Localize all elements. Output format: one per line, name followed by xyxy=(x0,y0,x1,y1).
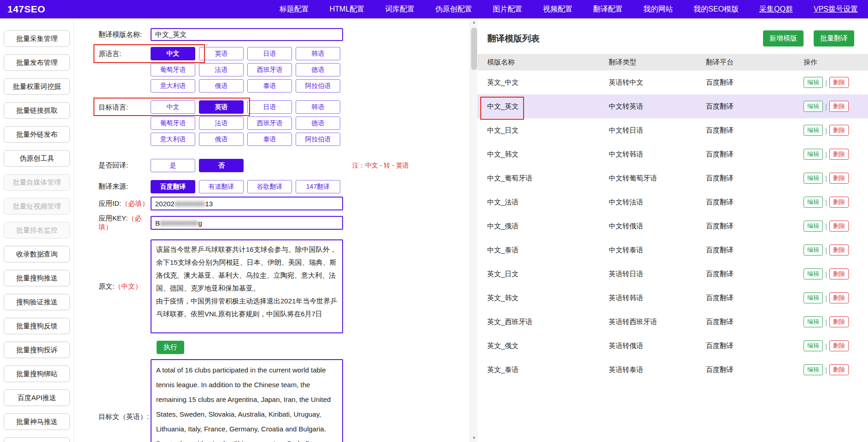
source-language-option[interactable]: 日语 xyxy=(247,47,292,60)
delete-button[interactable]: 删除 xyxy=(829,101,849,112)
sidebar-item[interactable]: 批量链接抓取 xyxy=(4,102,70,119)
target-language-option[interactable]: 泰语 xyxy=(247,133,292,146)
source-language-option[interactable]: 俄语 xyxy=(199,79,244,93)
edit-button[interactable]: 编辑 xyxy=(804,149,823,160)
batch-translate-button[interactable]: 批量翻译 xyxy=(814,30,854,47)
source-language-option[interactable]: 葡萄牙语 xyxy=(151,63,195,76)
source-language-option[interactable]: 意大利语 xyxy=(151,79,195,93)
translation-platform-cell: 百度翻译 xyxy=(706,342,804,350)
delete-button[interactable]: 删除 xyxy=(829,340,849,351)
app-id-visible-suffix: 13 xyxy=(205,200,213,208)
source-language-option[interactable]: 英语 xyxy=(199,47,244,60)
action-separator: | xyxy=(825,151,827,158)
sidebar-item[interactable]: 批量搜狗投诉 xyxy=(4,342,70,358)
sidebar-item[interactable]: 批量搜狗反馈 xyxy=(4,318,70,334)
nav-item[interactable]: VPS拨号设置 xyxy=(814,5,858,14)
sidebar-item[interactable]: 批量采集管理 xyxy=(4,30,70,47)
translate-source-option[interactable]: 147翻译 xyxy=(296,180,340,193)
scroll-up-arrow-icon[interactable]: ▲ xyxy=(470,18,478,26)
delete-button[interactable]: 删除 xyxy=(829,197,849,208)
row-actions: 编辑|删除 xyxy=(804,268,868,279)
sidebar-item[interactable]: 批量搜狗绑站 xyxy=(4,366,70,382)
edit-button[interactable]: 编辑 xyxy=(804,244,823,256)
target-language-option[interactable]: 韩语 xyxy=(296,100,340,114)
source-language-option[interactable]: 泰语 xyxy=(247,79,292,93)
row-actions: 编辑|删除 xyxy=(804,316,868,327)
source-language-option[interactable]: 西班牙语 xyxy=(247,63,292,76)
edit-button[interactable]: 编辑 xyxy=(804,125,823,136)
edit-button[interactable]: 编辑 xyxy=(804,316,823,327)
edit-button[interactable]: 编辑 xyxy=(804,101,823,112)
nav-item[interactable]: 图片配置 xyxy=(493,5,522,14)
delete-button[interactable]: 删除 xyxy=(829,173,849,184)
nav-item[interactable]: 伪原创配置 xyxy=(435,5,472,14)
app-key-input[interactable]: B0000000000g xyxy=(151,216,343,230)
target-language-option[interactable]: 中文 xyxy=(151,100,195,114)
edit-button[interactable]: 编辑 xyxy=(804,77,823,88)
target-language-option[interactable]: 葡萄牙语 xyxy=(151,116,195,130)
target-language-option[interactable]: 意大利语 xyxy=(151,133,195,146)
sidebar-item[interactable]: 批量神马推送 xyxy=(4,413,70,430)
delete-button[interactable]: 删除 xyxy=(829,221,849,232)
translate-source-option[interactable]: 谷歌翻译 xyxy=(247,180,292,193)
source-language-option[interactable]: 法语 xyxy=(199,63,244,76)
delete-button[interactable]: 删除 xyxy=(829,316,849,327)
nav-item[interactable]: 标题配置 xyxy=(280,5,309,14)
nav-item[interactable]: 我的网站 xyxy=(643,5,673,14)
delete-button[interactable]: 删除 xyxy=(829,77,849,88)
sidebar-item[interactable]: 收录数据查询 xyxy=(4,246,70,262)
translate-source-option[interactable]: 百度翻译 xyxy=(151,180,195,193)
delete-button[interactable]: 删除 xyxy=(829,149,849,160)
sidebar-item[interactable]: 百度API推送 xyxy=(4,390,70,406)
target-language-option[interactable]: 俄语 xyxy=(199,133,244,146)
sidebar-item[interactable]: 批量发布管理 xyxy=(4,54,70,71)
delete-button[interactable]: 删除 xyxy=(829,268,849,279)
form-vertical-scrollbar[interactable]: ▲ ▼ xyxy=(470,18,478,442)
sidebar-item[interactable]: 批量外链发布 xyxy=(4,126,70,143)
execute-button[interactable]: 执行 xyxy=(157,341,184,354)
nav-item[interactable]: 词库配置 xyxy=(385,5,414,14)
source-language-option[interactable]: 中文 xyxy=(151,47,195,60)
scroll-down-arrow-icon[interactable]: ▼ xyxy=(470,434,478,442)
delete-button[interactable]: 删除 xyxy=(829,364,849,375)
header-translation-type: 翻译类型 xyxy=(609,58,706,67)
template-name-input[interactable] xyxy=(151,28,343,41)
sidebar-item[interactable]: 批量搜狗推送 xyxy=(4,270,70,286)
source-language-option[interactable]: 德语 xyxy=(296,63,340,76)
edit-button[interactable]: 编辑 xyxy=(804,292,823,303)
nav-item[interactable]: 我的SEO模版 xyxy=(693,5,739,14)
sidebar-item[interactable]: 批量权重词挖掘 xyxy=(4,78,70,95)
delete-button[interactable]: 删除 xyxy=(829,292,849,303)
app-id-input[interactable]: 202020000000013 xyxy=(151,197,343,210)
target-language-option[interactable]: 日语 xyxy=(247,100,292,114)
edit-button[interactable]: 编辑 xyxy=(804,197,823,208)
translate-source-option[interactable]: 有道翻译 xyxy=(199,180,244,193)
target-language-option[interactable]: 法语 xyxy=(199,116,244,130)
target-language-option[interactable]: 西班牙语 xyxy=(247,116,292,130)
target-language-option[interactable]: 阿拉伯语 xyxy=(296,133,340,146)
delete-button[interactable]: 删除 xyxy=(829,244,849,256)
nav-item[interactable]: 翻译配置 xyxy=(593,5,623,14)
delete-button[interactable]: 删除 xyxy=(829,125,849,136)
target-text-area[interactable]: A total of 16 clubs participated in the … xyxy=(151,359,343,442)
edit-button[interactable]: 编辑 xyxy=(804,340,823,351)
nav-item[interactable]: 采集QQ群 xyxy=(759,5,793,14)
original-text-area[interactable]: 该届当今世界乒乓球联赛共计16支球会参与。除中国队外，余下15支球会分别为阿根廷… xyxy=(151,239,343,333)
back-translate-option[interactable]: 否 xyxy=(199,159,244,172)
sidebar-item[interactable]: 搜狗验证推送 xyxy=(4,294,70,310)
template-name-cell: 中文_日文 xyxy=(487,126,609,135)
add-template-button[interactable]: 新增模版 xyxy=(763,30,804,47)
target-language-option[interactable]: 英语 xyxy=(199,100,244,114)
source-language-option[interactable]: 阿拉伯语 xyxy=(296,79,340,93)
edit-button[interactable]: 编辑 xyxy=(804,173,823,184)
edit-button[interactable]: 编辑 xyxy=(804,268,823,279)
scrollbar-thumb[interactable] xyxy=(471,28,477,70)
source-language-option[interactable]: 韩语 xyxy=(296,47,340,60)
back-translate-option[interactable]: 是 xyxy=(151,159,195,172)
nav-item[interactable]: HTML配置 xyxy=(330,5,365,14)
nav-item[interactable]: 视频配置 xyxy=(543,5,572,14)
target-language-option[interactable]: 德语 xyxy=(296,116,340,130)
edit-button[interactable]: 编辑 xyxy=(804,221,823,232)
sidebar-item[interactable]: 伪原创工具 xyxy=(4,150,70,167)
edit-button[interactable]: 编辑 xyxy=(804,364,823,375)
